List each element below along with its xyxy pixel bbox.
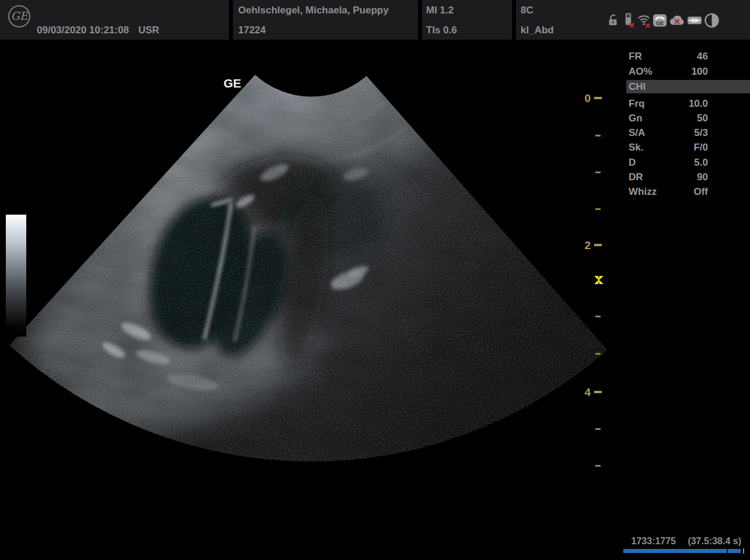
ultrasound-screen: { "header": { "logo": "GE", "datetime": … — [0, 0, 750, 560]
param-value: 10.0 — [689, 97, 708, 110]
network-icon — [687, 12, 702, 29]
depth-tick-major — [594, 391, 602, 393]
depth-tick-major — [594, 97, 602, 99]
param-value: 46 — [697, 50, 708, 63]
depth-tick-minor — [595, 316, 601, 317]
param-row-gn: Gn 50 — [626, 111, 750, 125]
cine-progress-bar[interactable] — [623, 549, 741, 553]
tis-value: TIs 0.6 — [426, 24, 457, 36]
depth-tick-minor — [595, 208, 601, 210]
param-label: CHI — [629, 80, 646, 93]
param-row-ao: AO% 100 — [626, 65, 750, 78]
depth-tick-minor — [595, 465, 601, 467]
probe-preset: kl_Abd — [521, 24, 554, 36]
param-row-frq: Frq 10.0 — [626, 97, 750, 110]
wifi-disconnected-icon — [637, 12, 651, 29]
param-value: 100 — [692, 65, 708, 78]
cine-end-tick — [743, 548, 744, 554]
param-label: Sk. — [629, 141, 644, 154]
ge-logo-icon: GE — [8, 5, 30, 27]
param-value: 50 — [697, 111, 708, 125]
param-row-sa: S/A 5/3 — [626, 126, 750, 139]
header-acoustic-section: MI 1.2 TIs 0.6 — [422, 0, 512, 40]
param-row-chi-active-mode: CHI — [626, 80, 750, 93]
depth-label-0: 0 — [577, 92, 591, 105]
param-value: 90 — [697, 170, 708, 184]
param-row-whizz: Whizz Off — [626, 185, 750, 198]
image-vendor-label: GE — [224, 76, 241, 90]
header-system-section: GE 09/03/2020 10:21:08 USR — [0, 0, 229, 40]
depth-label-2: 2 — [577, 239, 591, 252]
svg-text:GE: GE — [656, 20, 664, 26]
param-value: Off — [693, 185, 708, 198]
param-label: S/A — [629, 126, 645, 139]
depth-tick-minor — [595, 172, 601, 173]
cine-frame-counter: 1733:1775 — [612, 536, 676, 547]
param-row-sk: Sk. F/0 — [626, 141, 750, 154]
cine-progress-marker — [727, 549, 728, 553]
param-value: 5.0 — [694, 156, 708, 169]
mi-value: MI 1.2 — [426, 5, 454, 16]
datetime-text: 09/03/2020 10:21:08 — [37, 24, 129, 36]
patient-name: Oehlschlegel, Michaela, Pueppy — [238, 5, 389, 16]
contrast-icon — [704, 12, 720, 29]
patient-id: 17224 — [238, 24, 266, 36]
cine-time-counter: (37.5:38.4 s) — [678, 536, 741, 547]
param-row-fr: FR 46 — [626, 50, 750, 63]
status-icon-cluster: GE — [607, 12, 720, 29]
param-label: DR — [629, 170, 643, 184]
param-row-dr: DR 90 — [626, 170, 750, 184]
ge-logo-monogram: GE — [11, 9, 27, 22]
header-patient-section: Oehlschlegel, Michaela, Pueppy 17224 — [233, 0, 418, 40]
depth-tick-minor — [595, 135, 601, 136]
ge-remote-icon: GE — [653, 12, 667, 29]
param-label: Whizz — [629, 185, 657, 198]
unlock-icon — [607, 13, 620, 28]
depth-tick-major — [594, 244, 602, 246]
param-label: D — [629, 156, 636, 169]
focus-marker-icon[interactable] — [594, 275, 604, 288]
probe-name: 8C — [521, 5, 533, 16]
depth-label-4: 4 — [577, 386, 591, 399]
depth-tick-minor — [595, 353, 601, 355]
operator-id: USR — [138, 24, 159, 36]
grayscale-bar — [6, 215, 26, 337]
cloud-error-icon — [669, 12, 685, 29]
param-value: 5/3 — [694, 126, 708, 139]
usb-disconnected-icon — [622, 12, 635, 29]
param-label: AO% — [629, 65, 653, 78]
param-label: Gn — [629, 111, 643, 125]
param-value: F/0 — [693, 141, 708, 154]
param-row-d: D 5.0 — [626, 156, 750, 169]
param-label: FR — [629, 50, 642, 63]
depth-tick-minor — [595, 428, 601, 430]
param-label: Frq — [629, 97, 644, 110]
